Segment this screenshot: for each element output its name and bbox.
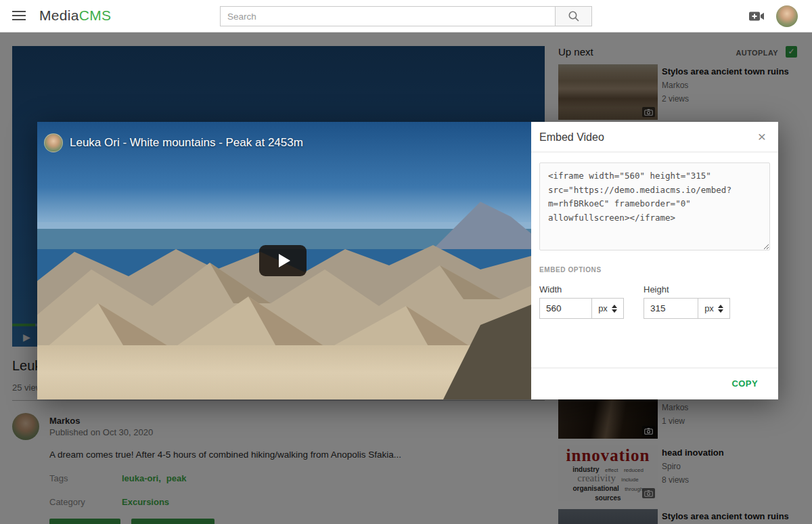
width-label: Width <box>539 284 562 294</box>
height-label: Height <box>644 284 669 294</box>
embed-video-modal: Leuka Ori - White mountains - Peak at 24… <box>37 122 778 399</box>
play-icon <box>279 254 290 267</box>
width-unit-select[interactable]: px <box>591 298 624 319</box>
embed-code-textarea[interactable]: <iframe width="560" height="315" src="ht… <box>539 162 770 250</box>
height-input[interactable] <box>644 298 698 319</box>
preview-video-title[interactable]: Leuka Ori - White mountains - Peak at 24… <box>70 136 303 150</box>
page: ▶ Leuka Ori - White mountains - Peak at … <box>0 0 812 524</box>
avatar[interactable] <box>776 5 798 27</box>
preview-titlebar: Leuka Ori - White mountains - Peak at 24… <box>37 122 531 164</box>
height-unit-select[interactable]: px <box>698 298 730 319</box>
close-icon[interactable]: × <box>758 130 766 144</box>
stepper-arrows-icon <box>718 305 723 313</box>
search-input[interactable] <box>220 6 555 26</box>
embed-options-panel: Embed Video × <iframe width="560" height… <box>531 122 778 399</box>
embed-options-label: EMBED OPTIONS <box>539 266 602 274</box>
add-media-icon[interactable] <box>748 10 765 25</box>
search-button[interactable] <box>555 6 592 26</box>
width-unit-value: px <box>598 303 608 313</box>
search-form <box>220 6 592 26</box>
divider <box>531 152 778 152</box>
search-icon <box>567 9 581 23</box>
modal-title: Embed Video <box>539 131 604 144</box>
logo-cms: CMS <box>79 7 112 23</box>
divider <box>531 368 778 368</box>
top-bar: MediaCMS <box>0 0 812 32</box>
stepper-arrows-icon <box>612 305 617 313</box>
logo-media: Media <box>39 7 79 23</box>
menu-icon[interactable] <box>12 11 26 21</box>
logo[interactable]: MediaCMS <box>39 7 111 24</box>
width-input[interactable] <box>539 298 591 319</box>
play-button[interactable] <box>259 245 307 276</box>
embed-preview-player[interactable]: Leuka Ori - White mountains - Peak at 24… <box>37 122 531 399</box>
copy-button[interactable]: COPY <box>732 378 758 389</box>
preview-author-avatar[interactable] <box>44 133 63 152</box>
height-unit-value: px <box>704 303 714 313</box>
